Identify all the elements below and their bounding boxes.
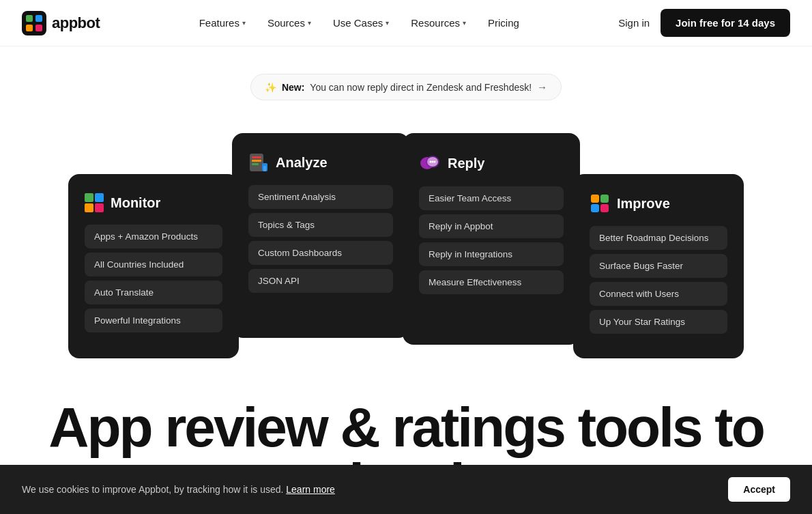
announcement-emoji: ✨ (265, 82, 276, 93)
svg-rect-18 (600, 195, 609, 203)
analyze-icon (248, 152, 269, 173)
svg-rect-0 (22, 11, 46, 35)
reply-card-header: Reply (419, 152, 564, 174)
announcement-banner[interactable]: ✨ New: You can now reply direct in Zende… (250, 74, 562, 100)
list-item[interactable]: Custom Dashboards (248, 241, 393, 265)
list-item[interactable]: All Countries Included (85, 253, 222, 276)
svg-rect-8 (252, 163, 259, 165)
list-item[interactable]: Apps + Amazon Products (85, 225, 222, 248)
nav-features[interactable]: Features▾ (190, 12, 255, 34)
monitor-card-header: Monitor (85, 193, 222, 212)
analyze-card: Analyze Sentiment Analysis Topics & Tags… (232, 133, 409, 338)
reply-icon (419, 152, 441, 174)
svg-point-14 (430, 161, 432, 163)
svg-rect-7 (252, 160, 261, 162)
list-item[interactable]: Topics & Tags (248, 213, 393, 237)
monitor-card: Monitor Apps + Amazon Products All Count… (68, 174, 239, 358)
nav-use-cases[interactable]: Use Cases▾ (323, 12, 398, 34)
list-item[interactable]: Easier Team Access (419, 186, 564, 210)
svg-rect-19 (591, 204, 599, 212)
improve-card-header: Improve (590, 193, 727, 214)
cookie-text-area: We use cookies to improve Appbot, by tra… (22, 484, 335, 495)
list-item[interactable]: Connect with Users (590, 282, 727, 306)
logo-link[interactable]: appbot (22, 11, 100, 35)
svg-rect-3 (26, 25, 33, 31)
logo-icon (22, 11, 46, 35)
join-button[interactable]: Join free for 14 days (661, 9, 790, 37)
improve-title: Improve (617, 196, 670, 212)
navigation: appbot Features▾ Sources▾ Use Cases▾ Res… (0, 0, 812, 46)
nav-sources[interactable]: Sources▾ (258, 12, 321, 34)
svg-rect-5 (250, 154, 263, 171)
nav-right: Sign in Join free for 14 days (618, 9, 790, 37)
svg-rect-2 (35, 15, 42, 22)
cookie-actions: Accept (728, 477, 790, 502)
analyze-title: Analyze (276, 155, 328, 171)
list-item[interactable]: Powerful Integrations (85, 309, 222, 332)
accept-button[interactable]: Accept (728, 477, 790, 502)
list-item[interactable]: JSON API (248, 269, 393, 293)
monitor-items: Apps + Amazon Products All Countries Inc… (85, 225, 222, 332)
announcement-text: You can now reply direct in Zendesk and … (310, 82, 532, 93)
list-item[interactable]: Reply in Appbot (419, 214, 564, 238)
reply-title: Reply (448, 156, 484, 171)
nav-links: Features▾ Sources▾ Use Cases▾ Resources▾… (190, 12, 529, 34)
feature-cards-container: Monitor Apps + Amazon Products All Count… (22, 133, 790, 372)
sign-in-link[interactable]: Sign in (618, 17, 650, 29)
hero-section: ✨ New: You can now reply direct in Zende… (0, 46, 812, 372)
cookie-banner: We use cookies to improve Appbot, by tra… (0, 465, 812, 514)
svg-point-15 (432, 161, 434, 163)
cookie-message: We use cookies to improve Appbot, by tra… (22, 484, 283, 495)
svg-rect-20 (600, 204, 609, 212)
improve-icon (590, 193, 610, 214)
analyze-card-header: Analyze (248, 152, 393, 173)
logo-text: appbot (52, 14, 100, 32)
list-item[interactable]: Reply in Integrations (419, 242, 564, 266)
svg-rect-17 (591, 195, 599, 203)
learn-more-link[interactable]: Learn more (286, 484, 335, 495)
list-item[interactable]: Measure Effectiveness (419, 270, 564, 294)
list-item[interactable]: Surface Bugs Faster (590, 254, 727, 278)
svg-rect-6 (252, 156, 261, 158)
svg-rect-1 (26, 15, 33, 22)
reply-items: Easier Team Access Reply in Appbot Reply… (419, 186, 564, 294)
list-item[interactable]: Better Roadmap Decisions (590, 226, 727, 250)
nav-resources[interactable]: Resources▾ (401, 12, 476, 34)
analyze-items: Sentiment Analysis Topics & Tags Custom … (248, 185, 393, 293)
svg-rect-10 (263, 166, 266, 171)
announcement-new-label: New: (282, 82, 304, 93)
reply-card: Reply Easier Team Access Reply in Appbot… (403, 133, 580, 345)
improve-items: Better Roadmap Decisions Surface Bugs Fa… (590, 226, 727, 334)
svg-rect-4 (35, 25, 42, 31)
list-item[interactable]: Auto Translate (85, 281, 222, 304)
list-item[interactable]: Up Your Star Ratings (590, 310, 727, 334)
list-item[interactable]: Sentiment Analysis (248, 185, 393, 209)
announcement-arrow: → (537, 81, 547, 93)
monitor-icon (85, 193, 104, 212)
nav-pricing[interactable]: Pricing (478, 12, 529, 34)
svg-point-16 (434, 161, 436, 163)
improve-card: Improve Better Roadmap Decisions Surface… (573, 174, 744, 358)
monitor-title: Monitor (111, 195, 160, 211)
